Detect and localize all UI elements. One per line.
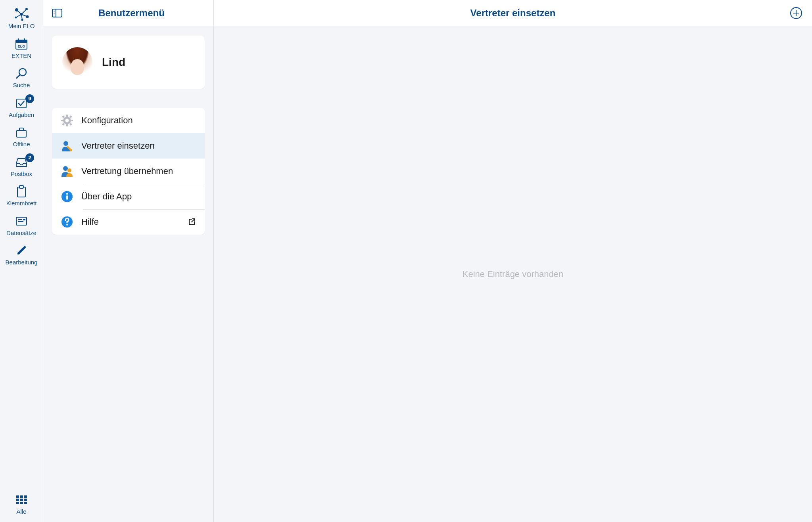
empty-state-text: Keine Einträge vorhanden xyxy=(463,269,563,279)
svg-rect-29 xyxy=(24,495,27,498)
user-card[interactable]: Lind xyxy=(52,36,205,89)
svg-rect-27 xyxy=(16,495,19,498)
plus-circle-icon xyxy=(790,7,802,19)
sidebar-item-postbox[interactable]: 2 Postbox xyxy=(0,151,43,181)
user-name: Lind xyxy=(102,56,125,69)
sidebar-item-suche[interactable]: Suche xyxy=(0,62,43,92)
menu-item-label: Vertreter einsetzen xyxy=(81,141,197,151)
sidebar-item-exten[interactable]: ELO EXTEN xyxy=(0,33,43,63)
svg-line-59 xyxy=(192,219,195,222)
sidebar-item-label: Bearbeitung xyxy=(6,259,38,266)
svg-point-50 xyxy=(63,141,68,146)
svg-point-52 xyxy=(63,166,68,171)
sidebar-item-mein-elo[interactable]: Mein ELO xyxy=(0,3,43,33)
svg-rect-33 xyxy=(16,502,19,504)
postbox-badge: 2 xyxy=(25,153,34,162)
detail-title: Vertreter einsetzen xyxy=(237,8,789,19)
menu-item-label: Hilfe xyxy=(81,217,179,227)
sidebar-item-datensaetze[interactable]: Datensätze xyxy=(0,210,43,240)
user-menu-header: Benutzermenü xyxy=(43,0,213,26)
svg-line-7 xyxy=(21,9,27,14)
svg-line-10 xyxy=(21,14,27,17)
svg-rect-55 xyxy=(66,195,68,200)
menu-item-hilfe[interactable]: Hilfe xyxy=(52,209,205,235)
svg-point-51 xyxy=(70,149,72,151)
sidebar-item-label: Klemmbrett xyxy=(6,200,37,207)
menu-item-vertretung-uebernehmen[interactable]: Vertretung übernehmen xyxy=(52,159,205,184)
app-root: Mein ELO ELO EXTEN Suche xyxy=(0,0,812,522)
menu-item-ueber-die-app[interactable]: Über die App xyxy=(52,184,205,209)
detail-header: Vertreter einsetzen xyxy=(214,0,812,26)
sidebar-item-aufgaben[interactable]: 9 Aufgaben xyxy=(0,92,43,122)
sidebar-item-offline[interactable]: Offline xyxy=(0,121,43,151)
menu-item-vertreter-einsetzen[interactable]: Vertreter einsetzen xyxy=(52,133,205,159)
svg-rect-32 xyxy=(24,499,27,501)
sidebar: Mein ELO ELO EXTEN Suche xyxy=(0,0,43,522)
svg-rect-30 xyxy=(16,499,19,501)
svg-rect-42 xyxy=(66,124,68,126)
add-button[interactable] xyxy=(789,6,803,20)
pencil-icon xyxy=(15,243,27,258)
search-icon xyxy=(15,66,28,80)
sidebar-item-label: Mein ELO xyxy=(8,23,35,30)
svg-rect-12 xyxy=(16,40,27,43)
user-menu-content: Lind xyxy=(43,26,213,244)
svg-point-38 xyxy=(54,10,54,11)
menu-item-label: Über die App xyxy=(81,191,197,202)
grid-icon xyxy=(15,493,28,507)
tasks-badge: 9 xyxy=(25,94,34,103)
sidebar-item-label: Suche xyxy=(13,82,30,89)
menu-item-label: Konfiguration xyxy=(81,115,197,126)
sidebar-item-label: Postbox xyxy=(11,171,32,178)
svg-point-56 xyxy=(66,193,68,195)
svg-point-53 xyxy=(67,168,71,172)
svg-rect-44 xyxy=(71,120,73,121)
svg-point-39 xyxy=(54,12,54,13)
sidebar-item-label: EXTEN xyxy=(12,53,31,59)
svg-rect-25 xyxy=(23,219,25,220)
svg-rect-28 xyxy=(20,495,23,498)
svg-rect-34 xyxy=(20,502,23,504)
sidebar-item-bearbeitung[interactable]: Bearbeitung xyxy=(0,239,43,269)
svg-line-17 xyxy=(17,75,20,78)
svg-rect-21 xyxy=(19,185,23,188)
svg-rect-13 xyxy=(18,38,19,41)
clipboard-icon xyxy=(15,184,27,199)
help-icon xyxy=(60,215,74,229)
svg-line-6 xyxy=(17,10,21,14)
external-link-icon xyxy=(186,217,197,227)
svg-rect-18 xyxy=(17,99,26,108)
sidebar-item-alle[interactable]: Alle xyxy=(0,489,43,522)
svg-rect-19 xyxy=(17,130,26,137)
svg-rect-41 xyxy=(66,115,68,117)
person-swap-icon xyxy=(60,164,74,178)
sidebar-item-label: Datensätze xyxy=(6,230,36,237)
avatar xyxy=(62,47,92,77)
briefcase-icon xyxy=(15,125,28,140)
sidebar-item-label: Alle xyxy=(16,509,26,515)
info-icon xyxy=(60,189,74,204)
user-menu-panel: Benutzermenü Lind xyxy=(43,0,214,522)
menu-item-label: Vertretung übernehmen xyxy=(81,166,197,176)
menu-item-konfiguration[interactable]: Konfiguration xyxy=(52,108,205,133)
settings-menu: Konfiguration Vertreter einsetzen xyxy=(52,108,205,235)
svg-point-58 xyxy=(66,224,68,226)
svg-text:ELO: ELO xyxy=(18,44,25,48)
svg-rect-35 xyxy=(24,502,27,504)
network-icon xyxy=(13,7,29,21)
detail-content: Keine Einträge vorhanden xyxy=(214,26,812,522)
gear-icon xyxy=(60,113,74,128)
detail-panel: Vertreter einsetzen Keine Einträge vorha… xyxy=(214,0,812,522)
svg-line-8 xyxy=(16,14,21,17)
user-menu-title: Benutzermenü xyxy=(57,8,206,19)
svg-rect-14 xyxy=(24,38,25,41)
sidebar-item-klemmbrett[interactable]: Klemmbrett xyxy=(0,180,43,210)
svg-rect-43 xyxy=(61,120,63,121)
form-icon xyxy=(15,214,28,228)
sidebar-item-label: Aufgaben xyxy=(9,112,34,119)
calendar-elo-icon: ELO xyxy=(15,37,28,51)
svg-point-49 xyxy=(65,119,69,122)
person-wrench-icon xyxy=(60,139,74,153)
svg-rect-31 xyxy=(20,499,23,501)
sidebar-item-label: Offline xyxy=(13,141,30,148)
